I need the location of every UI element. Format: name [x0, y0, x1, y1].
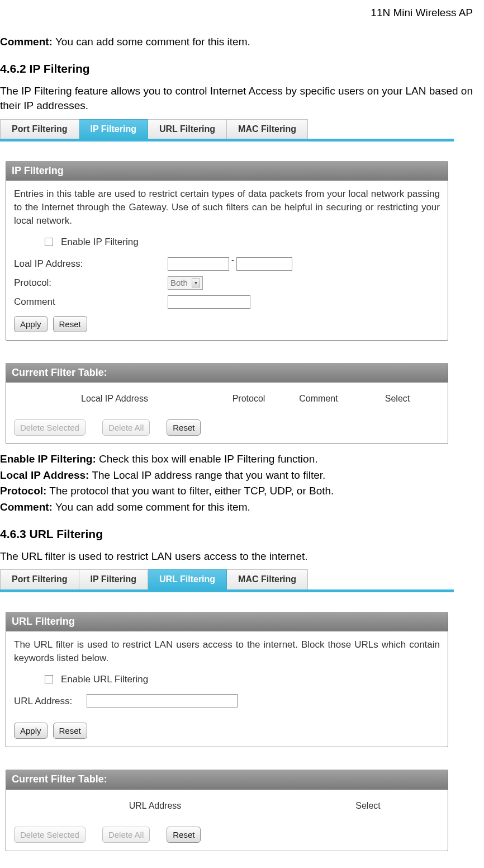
tabs-ip: Port Filtering IP Filtering URL Filterin…	[0, 119, 454, 139]
tab-mac-filtering[interactable]: MAC Filtering	[227, 569, 308, 589]
chevron-down-icon: ▾	[192, 279, 200, 287]
label-comment: Comment	[14, 295, 168, 309]
definition-list-ip: Enable IP Filtering: Check this box will…	[0, 452, 473, 515]
panel-desc-url-filtering: The URL filter is used to restrict LAN u…	[14, 638, 440, 665]
intro-ip-filtering: The IP Filtering feature allows you to c…	[0, 84, 473, 114]
panel-ip-filtering: IP Filtering Entries in this table are u…	[6, 161, 448, 340]
col-url-address: URL Address	[14, 800, 296, 812]
label-enable-url-filtering: Enable URL Filtering	[61, 673, 148, 686]
label-url-address: URL Address:	[14, 695, 87, 708]
tabs-divider	[0, 589, 454, 592]
col-comment: Comment	[282, 393, 355, 405]
heading-ip-filtering: 4.6.2 IP Filtering	[0, 60, 473, 77]
tabs-url: Port Filtering IP Filtering URL Filterin…	[0, 569, 454, 589]
row-url-address: URL Address:	[14, 691, 440, 710]
tab-mac-filtering[interactable]: MAC Filtering	[227, 119, 308, 139]
def-enable-label: Enable IP Filtering:	[0, 453, 96, 465]
tab-url-filtering[interactable]: URL Filtering	[148, 569, 227, 589]
row-comment: Comment	[14, 293, 440, 312]
delete-all-button[interactable]: Delete All	[102, 827, 150, 843]
row-local-ip: Loal IP Address: -	[14, 254, 440, 273]
table-header-ip: Local IP Address Protocol Comment Select	[14, 389, 440, 406]
input-url-address[interactable]	[87, 694, 238, 707]
reset-table-button[interactable]: Reset	[167, 827, 201, 843]
reset-button[interactable]: Reset	[53, 316, 87, 332]
label-protocol: Protocol:	[14, 276, 168, 290]
col-select: Select	[355, 393, 440, 405]
delete-selected-button[interactable]: Delete Selected	[14, 827, 86, 843]
apply-button[interactable]: Apply	[14, 723, 48, 739]
panel-title-ip-filtering: IP Filtering	[6, 161, 448, 181]
comment-label: Comment:	[0, 36, 53, 48]
button-row-url-form: Apply Reset	[14, 723, 440, 739]
screenshot-url-filtering: Port Filtering IP Filtering URL Filterin…	[0, 569, 454, 851]
reset-button[interactable]: Reset	[53, 723, 87, 739]
intro-url-filtering: The URL filter is used to restrict LAN u…	[0, 549, 473, 564]
actions-row-url-table: Delete Selected Delete All Reset	[14, 827, 440, 843]
tabs-divider	[0, 139, 454, 141]
delete-all-button[interactable]: Delete All	[102, 419, 150, 436]
tab-port-filtering[interactable]: Port Filtering	[0, 119, 79, 139]
row-enable-ip-filtering: Enable IP Filtering	[14, 233, 440, 254]
tab-url-filtering[interactable]: URL Filtering	[148, 119, 227, 139]
input-comment[interactable]	[168, 295, 250, 309]
col-select: Select	[296, 800, 440, 812]
panel-desc-ip-filtering: Entries in this table are used to restri…	[14, 187, 440, 227]
def-enable-text: Check this box will enable IP Filtering …	[99, 453, 317, 465]
apply-button[interactable]: Apply	[14, 316, 48, 332]
select-protocol[interactable]: Both ▾	[168, 276, 203, 290]
def-localip-text: The Local IP address range that you want…	[92, 469, 325, 481]
ip-range-dash: -	[231, 255, 234, 266]
page-header-title: 11N Mini Wireless AP	[0, 6, 473, 21]
panel-title-url-filtering: URL Filtering	[6, 612, 448, 631]
tab-ip-filtering[interactable]: IP Filtering	[79, 119, 148, 139]
def-comment-label: Comment:	[0, 501, 53, 513]
comment-intro: Comment: You can add some comment for th…	[0, 35, 473, 50]
def-protocol-text: The protocol that you want to filter, ei…	[49, 485, 334, 497]
comment-text: You can add some comment for this item.	[55, 36, 250, 48]
label-local-ip: Loal IP Address:	[14, 257, 168, 271]
label-enable-ip-filtering: Enable IP Filtering	[61, 235, 139, 249]
tab-port-filtering[interactable]: Port Filtering	[0, 569, 79, 589]
panel-url-filtering: URL Filtering The URL filter is used to …	[6, 612, 448, 748]
row-protocol: Protocol: Both ▾	[14, 273, 440, 293]
table-header-url: URL Address Select	[14, 796, 440, 813]
input-ip-from[interactable]	[168, 257, 229, 271]
heading-url-filtering: 4.6.3 URL Filtering	[0, 526, 473, 542]
screenshot-ip-filtering: Port Filtering IP Filtering URL Filterin…	[0, 119, 454, 444]
panel-url-filter-table: Current Filter Table: URL Address Select…	[6, 770, 448, 851]
checkbox-enable-url-filtering[interactable]	[45, 675, 53, 683]
button-row-ip-form: Apply Reset	[14, 316, 440, 332]
delete-selected-button[interactable]: Delete Selected	[14, 419, 86, 436]
input-ip-to[interactable]	[236, 257, 292, 271]
panel-ip-filter-table: Current Filter Table: Local IP Address P…	[6, 363, 448, 445]
def-comment-text: You can add some comment for this item.	[55, 501, 250, 513]
def-localip-label: Local IP Address:	[0, 469, 89, 481]
def-protocol-label: Protocol:	[0, 485, 46, 497]
select-protocol-value: Both	[170, 277, 188, 289]
reset-table-button[interactable]: Reset	[167, 419, 201, 436]
tab-ip-filtering[interactable]: IP Filtering	[79, 569, 148, 589]
panel-title-ip-table: Current Filter Table:	[6, 363, 448, 383]
col-local-ip: Local IP Address	[14, 393, 215, 405]
actions-row-ip-table: Delete Selected Delete All Reset	[14, 419, 440, 436]
checkbox-enable-ip-filtering[interactable]	[45, 238, 53, 246]
col-protocol: Protocol	[215, 393, 282, 405]
panel-title-url-table: Current Filter Table:	[6, 770, 448, 789]
row-enable-url-filtering: Enable URL Filtering	[14, 671, 440, 692]
